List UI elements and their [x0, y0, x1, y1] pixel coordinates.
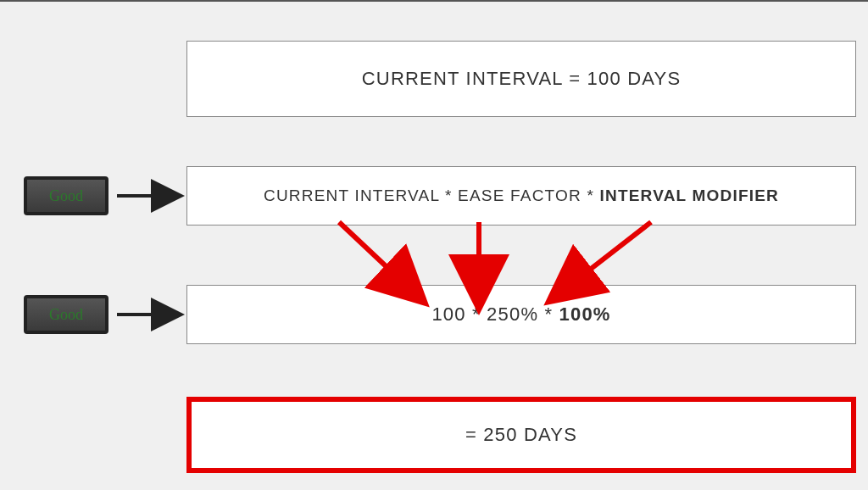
good-button[interactable]: Good: [24, 176, 108, 215]
value-sep-2: *: [538, 303, 559, 325]
result-text: = 250 DAYS: [465, 424, 577, 446]
values-text: 100 * 250% * 100%: [431, 303, 610, 326]
arrow-current-interval: [339, 222, 411, 290]
arrow-interval-modifier: [564, 222, 651, 290]
formula-sep-1: *: [440, 187, 459, 204]
formula-part-interval-modifier: INTERVAL MODIFIER: [600, 187, 779, 204]
value-ease-factor: 250%: [487, 303, 538, 325]
formula-sep-2: *: [581, 187, 600, 204]
result-box: = 250 DAYS: [186, 397, 856, 473]
formula-box: CURRENT INTERVAL * EASE FACTOR * INTERVA…: [186, 166, 856, 226]
good-button-label: Good: [49, 306, 83, 324]
values-box: 100 * 250% * 100%: [186, 285, 856, 344]
good-button[interactable]: Good: [24, 295, 108, 334]
value-sep-1: *: [466, 303, 487, 325]
value-current-interval: 100: [431, 303, 465, 325]
current-interval-text: CURRENT INTERVAL = 100 DAYS: [362, 68, 682, 90]
formula-part-current-interval: CURRENT INTERVAL: [264, 187, 439, 204]
current-interval-box: CURRENT INTERVAL = 100 DAYS: [186, 41, 856, 117]
good-button-label: Good: [49, 187, 83, 205]
formula-text: CURRENT INTERVAL * EASE FACTOR * INTERVA…: [264, 187, 779, 205]
formula-part-ease-factor: EASE FACTOR: [458, 187, 581, 204]
value-interval-modifier: 100%: [559, 303, 611, 325]
